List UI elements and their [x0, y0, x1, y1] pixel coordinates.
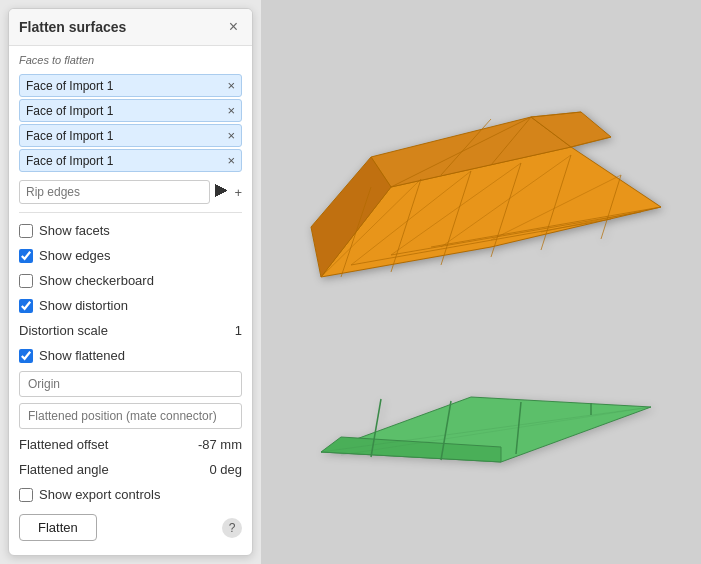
flattened-offset-row: Flattened offset -87 mm — [19, 435, 242, 454]
flat-3d-view — [301, 307, 661, 467]
rip-edges-input[interactable] — [19, 180, 210, 204]
face-item-label-1: Face of Import 1 — [26, 79, 113, 93]
show-checkerboard-checkbox[interactable] — [19, 274, 33, 288]
show-edges-checkbox[interactable] — [19, 249, 33, 263]
flatten-button[interactable]: Flatten — [19, 514, 97, 541]
remove-face-2-button[interactable]: × — [227, 103, 235, 118]
show-distortion-label: Show distortion — [39, 298, 128, 313]
show-flattened-checkbox[interactable] — [19, 349, 33, 363]
panel-body: Faces to flatten Face of Import 1 × Face… — [9, 46, 252, 555]
remove-face-3-button[interactable]: × — [227, 128, 235, 143]
show-flattened-row: Show flattened — [19, 346, 242, 365]
show-export-controls-label: Show export controls — [39, 487, 160, 502]
faces-section-label: Faces to flatten — [19, 54, 242, 66]
help-icon[interactable]: ? — [222, 518, 242, 538]
viewport — [261, 0, 701, 564]
close-button[interactable]: × — [225, 17, 242, 37]
panel-title: Flatten surfaces — [19, 19, 126, 35]
distortion-scale-label: Distortion scale — [19, 323, 108, 338]
face-item-1: Face of Import 1 × — [19, 74, 242, 97]
show-export-controls-checkbox[interactable] — [19, 488, 33, 502]
faces-list: Face of Import 1 × Face of Import 1 × Fa… — [19, 74, 242, 172]
show-flattened-label: Show flattened — [39, 348, 125, 363]
flattened-angle-label: Flattened angle — [19, 462, 109, 477]
face-item-label-2: Face of Import 1 — [26, 104, 113, 118]
show-distortion-row: Show distortion — [19, 296, 242, 315]
green-flat-svg — [301, 307, 661, 467]
flattened-position-input[interactable] — [19, 403, 242, 429]
distortion-scale-value: 1 — [235, 323, 242, 338]
show-facets-checkbox[interactable] — [19, 224, 33, 238]
remove-face-1-button[interactable]: × — [227, 78, 235, 93]
show-edges-label: Show edges — [39, 248, 111, 263]
show-checkerboard-row: Show checkerboard — [19, 271, 242, 290]
show-edges-row: Show edges — [19, 246, 242, 265]
panel-header: Flatten surfaces × — [9, 9, 252, 46]
show-distortion-checkbox[interactable] — [19, 299, 33, 313]
face-item-4: Face of Import 1 × — [19, 149, 242, 172]
button-row: Flatten ? — [19, 510, 242, 543]
show-checkerboard-label: Show checkerboard — [39, 273, 154, 288]
show-facets-row: Show facets — [19, 221, 242, 240]
origin-input[interactable] — [19, 371, 242, 397]
distortion-scale-row: Distortion scale 1 — [19, 321, 242, 340]
face-item-label-3: Face of Import 1 — [26, 129, 113, 143]
remove-face-4-button[interactable]: × — [227, 153, 235, 168]
orange-mesh-svg — [291, 107, 671, 297]
flattened-offset-label: Flattened offset — [19, 437, 108, 452]
divider-1 — [19, 212, 242, 213]
rip-edges-row: ⯈ + — [19, 180, 242, 204]
flattened-angle-value: 0 deg — [209, 462, 242, 477]
face-item-2: Face of Import 1 × — [19, 99, 242, 122]
show-export-controls-row: Show export controls — [19, 485, 242, 504]
flattened-angle-row: Flattened angle 0 deg — [19, 460, 242, 479]
select-cursor-icon: ⯈ — [214, 183, 230, 201]
face-item-label-4: Face of Import 1 — [26, 154, 113, 168]
face-item-3: Face of Import 1 × — [19, 124, 242, 147]
show-facets-label: Show facets — [39, 223, 110, 238]
flattened-offset-value: -87 mm — [198, 437, 242, 452]
mesh-3d-view — [291, 107, 671, 297]
flatten-surfaces-panel: Flatten surfaces × Faces to flatten Face… — [8, 8, 253, 556]
add-rip-edges-button[interactable]: + — [234, 185, 242, 200]
